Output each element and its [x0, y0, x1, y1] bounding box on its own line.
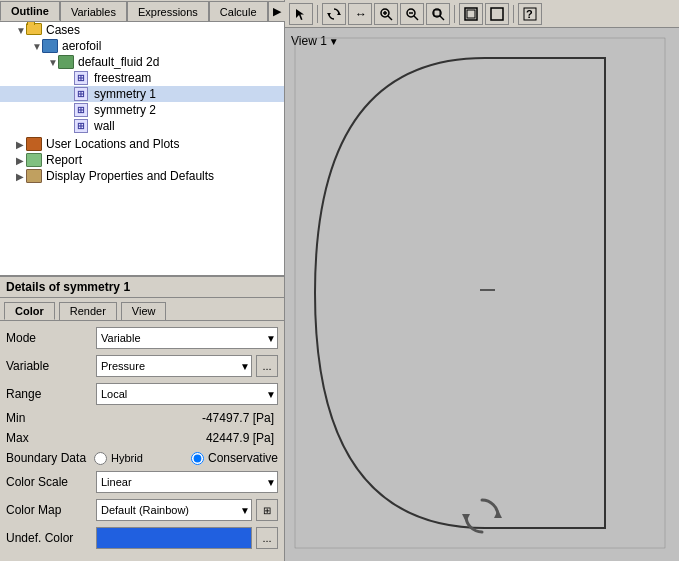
expand-sym1-icon — [64, 89, 74, 100]
tree-area: ▼ Cases ▼ aerofoil ▼ — [0, 22, 284, 276]
viewport-reset-icon[interactable] — [460, 494, 504, 538]
frame-button[interactable] — [485, 3, 509, 25]
svg-rect-16 — [491, 8, 503, 20]
conservative-radio-group: Conservative — [191, 451, 278, 465]
aerofoil-icon — [42, 39, 60, 53]
tab-outline[interactable]: Outline — [0, 1, 60, 21]
rotate-icon — [327, 7, 341, 21]
color-scale-label: Color Scale — [6, 475, 96, 489]
user-locations-icon — [26, 137, 44, 151]
variable-select[interactable]: Pressure — [96, 355, 252, 377]
hybrid-radio[interactable] — [94, 452, 107, 465]
expand-sym2-icon — [64, 105, 74, 116]
color-scale-row: Color Scale Linear ▼ — [6, 471, 278, 493]
fit-view-button[interactable] — [459, 3, 483, 25]
tab-calculate[interactable]: Calcule — [209, 1, 268, 21]
svg-marker-1 — [337, 12, 341, 15]
svg-rect-15 — [467, 10, 475, 18]
freestream-label: freestream — [94, 71, 151, 85]
variable-row: Variable Pressure ▼ ... — [6, 355, 278, 377]
min-value: -47497.7 [Pa] — [96, 411, 278, 425]
variable-label: Variable — [6, 359, 96, 373]
color-scale-select[interactable]: Linear — [96, 471, 278, 493]
details-panel: Details of symmetry 1 Color Render View … — [0, 276, 284, 561]
tree-item-cases[interactable]: ▼ Cases — [0, 22, 284, 38]
report-label: Report — [46, 153, 82, 167]
tree-item-report[interactable]: ▶ Report — [0, 152, 284, 168]
viewport-toolbar: ↔ — [285, 0, 679, 28]
details-tab-view[interactable]: View — [121, 302, 167, 320]
tree-item-user-locations[interactable]: ▶ User Locations and Plots — [0, 136, 284, 152]
details-tab-color[interactable]: Color — [4, 302, 55, 320]
mode-row: Mode Variable ▼ — [6, 327, 278, 349]
select-tool-button[interactable] — [289, 3, 313, 25]
viewport-bottom — [460, 494, 504, 541]
left-panel: Outline Variables Expressions Calcule ▶ … — [0, 0, 285, 561]
details-title: Details of symmetry 1 — [0, 277, 284, 298]
color-map-select[interactable]: Default (Rainbow) — [96, 499, 252, 521]
svg-rect-13 — [434, 10, 440, 16]
svg-marker-2 — [327, 13, 331, 16]
svg-rect-19 — [295, 38, 665, 548]
aerofoil-svg — [285, 28, 679, 561]
svg-line-9 — [414, 16, 418, 20]
undef-color-row: Undef. Color ... — [6, 527, 278, 549]
frame-icon — [490, 7, 504, 21]
tab-more-arrow[interactable]: ▶ — [268, 1, 286, 21]
fluid-icon — [58, 55, 76, 69]
conservative-radio[interactable] — [191, 452, 204, 465]
range-select[interactable]: Local — [96, 383, 278, 405]
mode-select[interactable]: Variable — [96, 327, 278, 349]
tab-expressions[interactable]: Expressions — [127, 1, 209, 21]
expand-cases-icon: ▼ — [16, 25, 26, 36]
display-props-label: Display Properties and Defaults — [46, 169, 214, 183]
undef-color-swatch[interactable] — [96, 527, 252, 549]
user-locations-label: User Locations and Plots — [46, 137, 179, 151]
rotate-button[interactable] — [322, 3, 346, 25]
tree-item-wall[interactable]: ⊞ wall — [0, 118, 284, 134]
color-map-select-wrapper: Default (Rainbow) ▼ — [96, 499, 252, 521]
boundary-data-label: Boundary Data — [6, 451, 86, 465]
tree-item-aerofoil[interactable]: ▼ aerofoil — [0, 38, 284, 54]
hybrid-radio-group: Hybrid — [94, 452, 143, 465]
undef-color-control: ... — [96, 527, 278, 549]
svg-line-12 — [440, 16, 444, 20]
symmetry1-icon: ⊞ — [74, 87, 92, 101]
viewport[interactable]: View 1 ▼ — [285, 28, 679, 561]
color-map-grid-icon[interactable]: ⊞ — [256, 499, 278, 521]
svg-marker-0 — [296, 9, 304, 20]
fit-view-icon — [464, 7, 478, 21]
expand-user-icon: ▶ — [16, 139, 26, 150]
aerofoil-label: aerofoil — [62, 39, 101, 53]
arrow-cursor-icon — [294, 7, 308, 21]
tree-item-symmetry2[interactable]: ⊞ symmetry 2 — [0, 102, 284, 118]
tree-item-display-props[interactable]: ▶ Display Properties and Defaults — [0, 168, 284, 184]
details-tab-render[interactable]: Render — [59, 302, 117, 320]
expand-display-icon: ▶ — [16, 171, 26, 182]
max-label: Max — [6, 431, 96, 445]
zoom-box-button[interactable] — [426, 3, 450, 25]
range-select-wrapper: Local ▼ — [96, 383, 278, 405]
toolbar-sep2 — [454, 5, 455, 23]
tab-variables[interactable]: Variables — [60, 1, 127, 21]
tree-item-default-fluid[interactable]: ▼ default_fluid 2d — [0, 54, 284, 70]
max-value: 42447.9 [Pa] — [96, 431, 278, 445]
zoom-in-button[interactable] — [374, 3, 398, 25]
svg-marker-21 — [494, 510, 502, 518]
pan-button[interactable]: ↔ — [348, 3, 372, 25]
expand-report-icon: ▶ — [16, 155, 26, 166]
symmetry2-label: symmetry 2 — [94, 103, 156, 117]
min-label: Min — [6, 411, 96, 425]
zoom-box-icon — [431, 7, 445, 21]
zoom-out-button[interactable] — [400, 3, 424, 25]
svg-text:↔: ↔ — [355, 7, 367, 21]
variable-dots-button[interactable]: ... — [256, 355, 278, 377]
min-row: Min -47497.7 [Pa] — [6, 411, 278, 425]
cases-label: Cases — [46, 23, 80, 37]
undef-color-dots-button[interactable]: ... — [256, 527, 278, 549]
tree-item-symmetry1[interactable]: ⊞ symmetry 1 — [0, 86, 284, 102]
range-label: Range — [6, 387, 96, 401]
help-button[interactable]: ? — [518, 3, 542, 25]
tree-item-freestream[interactable]: ⊞ freestream — [0, 70, 284, 86]
wall-icon: ⊞ — [74, 119, 92, 133]
